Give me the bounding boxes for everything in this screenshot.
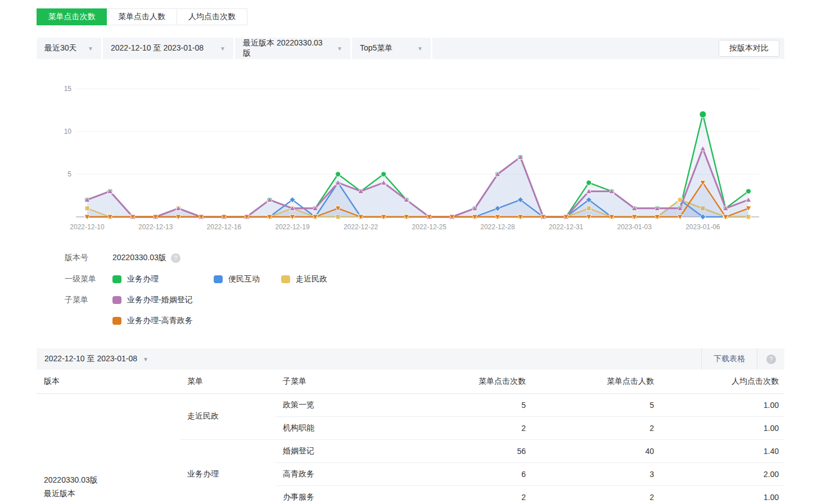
legend-item-便民互动[interactable]: 便民互动 — [214, 274, 281, 284]
table-help-icon[interactable]: ? — [766, 355, 776, 364]
submenu-cell: 婚姻登记 — [276, 439, 396, 462]
submenu-cell: 办事服务 — [276, 485, 396, 504]
marker-circle — [587, 180, 592, 185]
version-name: 20220330.03版 — [44, 473, 180, 487]
compare-by-version-button[interactable]: 按版本对比 — [719, 40, 779, 57]
menu-cell: 业务办理 — [180, 439, 276, 504]
marker-circle — [746, 189, 751, 194]
table-header-row: 版本菜单子菜单菜单点击次数菜单点击人数人均点击次数 — [37, 370, 784, 393]
table-date-range[interactable]: 2022-12-10 至 2023-01-08 — [44, 354, 137, 364]
level1-label: 一级菜单 — [65, 274, 112, 284]
x-axis-tick: 2022-12-19 — [275, 223, 310, 231]
filter-label: 最近30天 — [44, 43, 77, 53]
legend-swatch — [112, 317, 121, 325]
x-axis-tick: 2023-01-06 — [685, 223, 720, 231]
series-line-业务办理 — [87, 115, 748, 217]
value-cell: 40 — [531, 439, 660, 462]
y-axis-tick: 5 — [67, 170, 71, 178]
marker-circle — [381, 172, 386, 177]
legend-item-业务办理-高青政务[interactable]: 业务办理-高青政务 — [112, 316, 193, 326]
value-cell: 3 — [531, 462, 660, 485]
value-cell: 56 — [396, 439, 531, 462]
version-help-icon[interactable]: ? — [171, 253, 181, 263]
version-cell: 20220330.03版最近版本 — [37, 393, 180, 504]
marker-square — [678, 198, 682, 202]
filter-label: 最近版本 20220330.03版 — [243, 38, 330, 58]
legend-item-label: 业务办理-婚姻登记 — [127, 295, 193, 305]
tab-3[interactable]: 人均点击次数 — [177, 8, 247, 25]
value-cell: 5 — [396, 393, 531, 416]
version-value: 20220330.03版 — [112, 253, 166, 263]
y-axis-tick: 15 — [64, 85, 72, 93]
legend-level1-row: 一级菜单 业务办理便民互动走近民政 — [65, 274, 327, 284]
tab-1[interactable]: 菜单点击次数 — [37, 8, 107, 25]
value-cell: 2.00 — [660, 462, 784, 485]
value-cell: 1.00 — [660, 393, 784, 416]
col-header-3: 子菜单 — [276, 370, 396, 393]
submenu-cell: 高青政务 — [276, 462, 396, 485]
menu-clicks-line-chart[interactable]: 510152022-12-102022-12-132022-12-162022-… — [37, 79, 762, 239]
col-header-4: 菜单点击次数 — [396, 370, 531, 393]
submenu-cell: 政策一览 — [276, 393, 396, 416]
filter-label: Top5菜单 — [360, 43, 393, 53]
legend-sub-row-1: 子菜单 业务办理-婚姻登记 — [65, 295, 193, 305]
x-axis-tick: 2022-12-22 — [344, 223, 378, 231]
filter-topn[interactable]: Top5菜单▼ — [352, 38, 431, 59]
legend-item-走近民政[interactable]: 走近民政 — [281, 274, 327, 284]
marker-circle — [336, 172, 341, 177]
x-axis-tick: 2022-12-28 — [480, 223, 515, 231]
legend-item-业务办理[interactable]: 业务办理 — [112, 274, 214, 284]
x-axis-tick: 2023-01-03 — [617, 223, 652, 231]
table-row: 20220330.03版最近版本走近民政政策一览551.00 — [37, 393, 784, 416]
version-label: 版本号 — [65, 253, 112, 263]
col-header-6: 人均点击次数 — [660, 370, 784, 393]
value-cell: 1.40 — [660, 439, 784, 462]
sub-label: 子菜单 — [65, 295, 112, 305]
legend-item-label: 业务办理-高青政务 — [127, 316, 193, 326]
value-cell: 2 — [396, 416, 531, 439]
filter-label: 2022-12-10 至 2023-01-08 — [111, 43, 204, 53]
value-cell: 2 — [396, 485, 531, 504]
series-line-业务办理-婚姻登记 — [87, 148, 748, 217]
x-axis-tick: 2022-12-13 — [138, 223, 173, 231]
filter-date-range[interactable]: 2022-12-10 至 2023-01-08▼ — [103, 38, 233, 59]
version-tag: 最近版本 — [44, 487, 180, 501]
menu-clicks-table: 版本菜单子菜单菜单点击次数菜单点击人数人均点击次数 20220330.03版最近… — [37, 370, 784, 504]
filter-version[interactable]: 最近版本 20220330.03版▼ — [235, 38, 350, 59]
filter-bar: 最近30天▼2022-12-10 至 2023-01-08▼最近版本 20220… — [37, 38, 784, 59]
chevron-down-icon: ▼ — [417, 46, 423, 52]
value-cell: 2 — [531, 485, 660, 504]
legend-swatch — [214, 275, 223, 283]
legend-swatch — [281, 275, 290, 283]
menu-cell: 走近民政 — [180, 393, 276, 439]
chevron-down-icon: ▼ — [220, 46, 225, 52]
chevron-down-icon: ▼ — [88, 46, 93, 52]
value-cell: 2 — [531, 416, 660, 439]
tab-2[interactable]: 菜单点击人数 — [107, 8, 177, 25]
filter-period[interactable]: 最近30天▼ — [37, 38, 101, 59]
y-axis-tick: 10 — [64, 128, 72, 135]
legend-item-label: 业务办理 — [127, 274, 159, 284]
x-axis-tick: 2022-12-10 — [70, 223, 105, 231]
legend-item-label: 便民互动 — [228, 274, 260, 284]
x-axis-tick: 2022-12-25 — [412, 223, 447, 231]
table-toolbar: 2022-12-10 至 2023-01-08 ▼ 下载表格 ? — [37, 348, 784, 370]
legend-version-row: 版本号 20220330.03版 ? — [65, 253, 181, 263]
value-cell: 1.00 — [660, 416, 784, 439]
value-cell: 6 — [396, 462, 531, 485]
value-cell: 1.00 — [660, 485, 784, 504]
x-axis-tick: 2022-12-31 — [549, 223, 584, 231]
legend-swatch — [112, 296, 121, 304]
legend-swatch — [112, 275, 121, 283]
submenu-cell: 机构职能 — [276, 416, 396, 439]
col-header-2: 菜单 — [180, 370, 276, 393]
legend-item-业务办理-婚姻登记[interactable]: 业务办理-婚姻登记 — [112, 295, 193, 305]
filter-bar-fill: 按版本对比 — [432, 38, 784, 59]
download-table-button[interactable]: 下载表格 — [701, 348, 757, 370]
x-axis-tick: 2022-12-16 — [207, 223, 242, 231]
chevron-down-icon: ▼ — [143, 356, 148, 362]
legend-sub-row-2: 业务办理-高青政务 — [65, 316, 193, 326]
chevron-down-icon: ▼ — [337, 46, 342, 52]
value-cell: 5 — [531, 393, 660, 416]
legend-item-label: 走近民政 — [296, 274, 327, 284]
